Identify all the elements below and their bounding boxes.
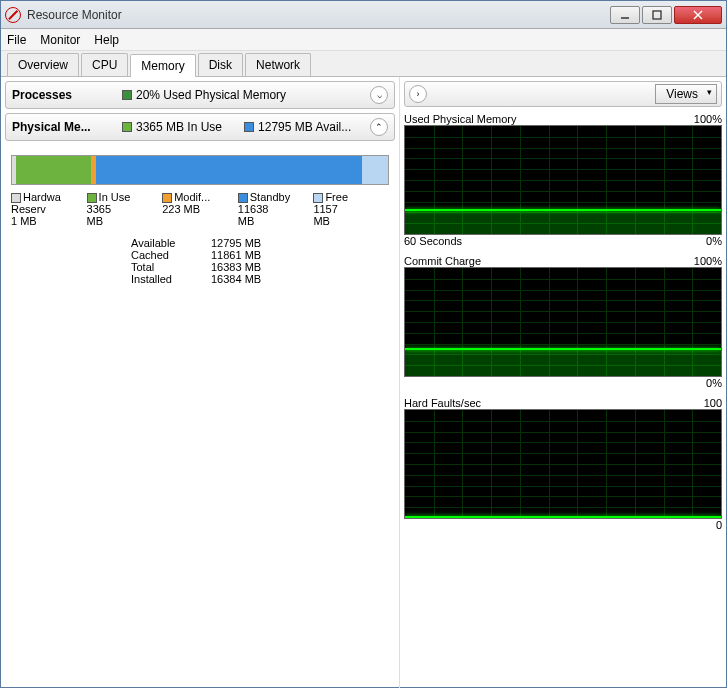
stat-total-val: 16383 MB [211,261,261,273]
legend-sub: 1157 [313,203,389,215]
chart-min: 0% [706,235,722,247]
chart-title: Hard Faults/sec [404,397,481,409]
physmem-header[interactable]: Physical Me... 3365 MB In Use 12795 MB A… [5,113,395,141]
stat-available-key: Available [131,237,211,249]
memory-legend: HardwaReserv1 MBIn Use3365MBModif...223 … [11,191,389,227]
legend-col-3: Standby11638MB [238,191,314,227]
legend-sub: 223 MB [162,203,238,215]
physmem-title: Physical Me... [12,120,112,134]
physmem-inuse-swatch [122,122,132,132]
memory-composition-bar [11,155,389,185]
tab-network[interactable]: Network [245,53,311,76]
legend-value: 1 MB [11,215,87,227]
chart-max: 100% [694,255,722,267]
close-button[interactable] [674,6,722,24]
maximize-button[interactable] [642,6,672,24]
tab-cpu[interactable]: CPU [81,53,128,76]
memory-segment-1 [16,156,91,184]
svg-rect-1 [653,11,661,19]
window-title: Resource Monitor [27,8,610,22]
chart-2: Hard Faults/sec1000 [404,397,722,531]
legend-swatch-icon [11,193,21,203]
legend-sub2: MB [238,215,314,227]
tab-overview[interactable]: Overview [7,53,79,76]
legend-sub: Reserv [11,203,87,215]
chart-min: 0 [716,519,722,531]
menu-monitor[interactable]: Monitor [40,33,80,47]
chart-plot [404,267,722,377]
stat-installed-val: 16384 MB [211,273,261,285]
legend-label: In Use [87,191,163,203]
chart-plot [404,125,722,235]
legend-swatch-icon [238,193,248,203]
memory-stats: Available12795 MB Cached11861 MB Total16… [131,237,389,285]
legend-label: Hardwa [11,191,87,203]
chart-title: Commit Charge [404,255,481,267]
legend-swatch-icon [162,193,172,203]
processes-header[interactable]: Processes 20% Used Physical Memory ⌵ [5,81,395,109]
legend-sub2: MB [313,215,389,227]
tabbar: Overview CPU Memory Disk Network [1,51,726,77]
physmem-inuse-label: 3365 MB In Use [136,120,222,134]
minimize-button[interactable] [610,6,640,24]
menubar: File Monitor Help [1,29,726,51]
legend-label: Free [313,191,389,203]
legend-sub: 11638 [238,203,314,215]
stat-total-key: Total [131,261,211,273]
chart-plot [404,409,722,519]
legend-col-0: HardwaReserv1 MB [11,191,87,227]
app-window: Resource Monitor File Monitor Help Overv… [0,0,727,688]
legend-sub2: MB [87,215,163,227]
chart-max: 100% [694,113,722,125]
legend-col-4: Free1157MB [313,191,389,227]
menu-file[interactable]: File [7,33,26,47]
chart-0: Used Physical Memory100%60 Seconds0% [404,113,722,247]
menu-help[interactable]: Help [94,33,119,47]
right-pane: › Views Used Physical Memory100%60 Secon… [399,77,726,688]
legend-col-1: In Use3365MB [87,191,163,227]
chevron-up-icon[interactable]: ⌃ [370,118,388,136]
legend-swatch-icon [87,193,97,203]
charts-toolbar: › Views [404,81,722,107]
legend-col-2: Modif...223 MB [162,191,238,227]
memory-segment-3 [96,156,361,184]
stat-available-val: 12795 MB [211,237,261,249]
titlebar[interactable]: Resource Monitor [1,1,726,29]
chart-xaxis: 60 Seconds [404,235,462,247]
chart-1: Commit Charge100%0% [404,255,722,389]
tab-disk[interactable]: Disk [198,53,243,76]
chart-max: 100 [704,397,722,409]
chart-min: 0% [706,377,722,389]
memory-segment-4 [362,156,388,184]
processes-swatch [122,90,132,100]
physmem-avail-label: 12795 MB Avail... [258,120,351,134]
left-pane: Processes 20% Used Physical Memory ⌵ Phy… [1,77,399,688]
processes-title: Processes [12,88,112,102]
chart-title: Used Physical Memory [404,113,516,125]
stat-cached-val: 11861 MB [211,249,261,261]
collapse-charts-icon[interactable]: › [409,85,427,103]
tab-memory[interactable]: Memory [130,54,195,77]
legend-sub: 3365 [87,203,163,215]
physmem-avail-swatch [244,122,254,132]
legend-swatch-icon [313,193,323,203]
views-button[interactable]: Views [655,84,717,104]
legend-label: Modif... [162,191,238,203]
processes-usage: 20% Used Physical Memory [136,88,286,102]
legend-label: Standby [238,191,314,203]
app-icon [5,7,21,23]
memory-bar-section: HardwaReserv1 MBIn Use3365MBModif...223 … [5,145,395,295]
chevron-down-icon[interactable]: ⌵ [370,86,388,104]
stat-installed-key: Installed [131,273,211,285]
stat-cached-key: Cached [131,249,211,261]
